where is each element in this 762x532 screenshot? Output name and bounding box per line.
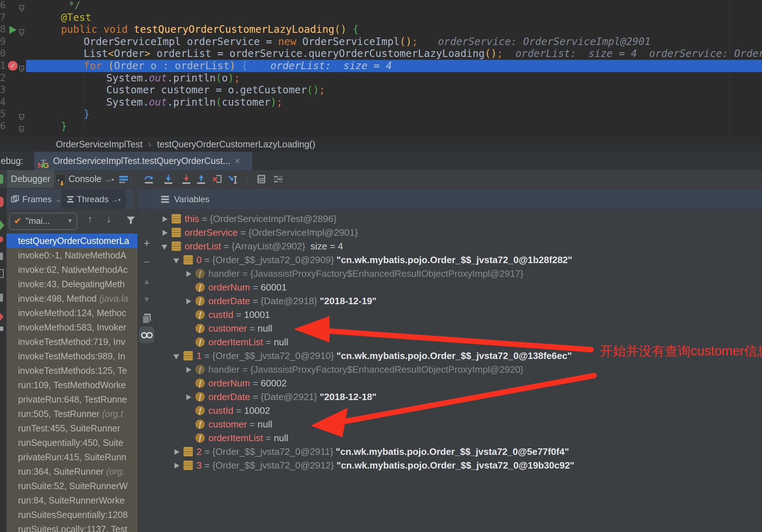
stack-frame-row[interactable]: invoke:43, DelegatingMeth (6, 277, 138, 291)
drop-frame-icon[interactable] (212, 174, 223, 185)
step-out-icon[interactable] (196, 174, 207, 185)
code-line[interactable]: 5} (0, 108, 762, 120)
tab-frames[interactable]: Frames →▪ (11, 189, 64, 209)
add-watch-icon[interactable]: + (141, 237, 153, 249)
stack-frame-row[interactable]: invokeTestMethods:989, In (6, 349, 138, 363)
code-line[interactable]: 9OrderServiceImpl orderService = new Ord… (0, 36, 762, 48)
variable-row[interactable]: 2 = {Order_$$_jvsta72_0@2911} "cn.wk.myb… (155, 445, 762, 458)
variable-row[interactable]: fcustId = 10002 (155, 404, 762, 417)
code-line[interactable]: 4System.out.println(customer); (0, 96, 762, 108)
variable-row[interactable]: orderService = {OrderServiceImpl@2901} (155, 226, 762, 239)
filter-frames-icon[interactable] (125, 215, 136, 226)
variable-row[interactable]: forderItemList = null (155, 431, 762, 445)
code-line[interactable]: 6} (0, 120, 762, 133)
tab-debugger[interactable]: Debugger (7, 170, 54, 188)
expand-icon[interactable] (161, 230, 168, 236)
run-test-icon[interactable] (9, 26, 17, 34)
stack-frame-row[interactable]: testQueryOrderCustomerLa (6, 234, 138, 248)
pin-icon[interactable]: →▪ (104, 176, 114, 183)
breadcrumb-class[interactable]: OrderServiceImplTest (56, 139, 142, 149)
stack-frame-row[interactable]: invoke:498, Method (java.la (6, 291, 138, 306)
evaluate-expression-icon[interactable] (256, 174, 267, 185)
close-icon[interactable]: × (235, 152, 240, 170)
breakpoint-icon[interactable]: ✓ (8, 61, 18, 71)
variable-row[interactable]: orderList = {ArrayList@2902} size = 4 (155, 239, 762, 253)
stack-frame-row[interactable]: run:84, SuiteRunnerWorke (6, 493, 138, 507)
thread-dropdown[interactable]: ✔ "mai... ▼ (9, 213, 77, 230)
show-watches-icon[interactable] (139, 327, 154, 343)
variable-row[interactable]: forderDate = {Date@2918} "2018-12-19" (155, 294, 762, 308)
variable-row[interactable]: fhandler = {JavassistProxyFactory$Enhanc… (155, 267, 762, 280)
expand-icon[interactable] (173, 449, 180, 455)
code-line[interactable]: 3Customer customer = o.getCustomer(); (0, 84, 762, 96)
expand-icon[interactable] (161, 216, 168, 222)
step-over-icon[interactable] (143, 174, 154, 185)
stack-frames-list[interactable]: testQueryOrderCustomerLainvoke0:-1, Nati… (6, 234, 138, 532)
expand-icon[interactable] (185, 394, 191, 400)
stack-frame-row[interactable]: runTest:455, SuiteRunner (6, 421, 138, 435)
duplicate-watch-icon[interactable] (141, 312, 153, 324)
code-line[interactable]: 6*/ (0, 0, 762, 12)
debug-tab-strip: ebug: TNG OrderServiceImplTest.testQuery… (0, 152, 762, 170)
variable-row[interactable]: forderDate = {Date@2921} "2018-12-18" (155, 390, 762, 404)
debug-session-tab[interactable]: TNG OrderServiceImplTest.testQueryOrderC… (34, 152, 252, 170)
expand-icon[interactable] (185, 271, 191, 277)
stack-frame-row[interactable]: invokeMethod:124, Methoc (6, 306, 138, 320)
variable-row[interactable]: fcustomer = null (155, 417, 762, 431)
check-icon: ✔ (14, 213, 21, 229)
stack-frame-row[interactable]: invoke:62, NativeMethodAc (6, 262, 138, 277)
stack-frame-row[interactable]: runSequentially:450, Suite (6, 435, 138, 450)
expand-icon[interactable] (173, 462, 180, 469)
code-line[interactable]: 0List<Order> orderList = orderService.qu… (0, 48, 762, 60)
variable-row[interactable]: forderNum = 60001 (155, 280, 762, 294)
stack-frame-row[interactable]: runSuitesSequentially:1208 (6, 507, 138, 522)
variables-tree[interactable]: this = {OrderServiceImplTest@2896}orderS… (155, 209, 762, 532)
stack-frame-row[interactable]: run:364, SuiteRunner (org. (6, 464, 138, 479)
move-up-icon[interactable]: ▲ (141, 275, 153, 288)
code-text: List<Order> orderList = orderService.que… (84, 48, 503, 60)
arrow-spacer (185, 421, 191, 427)
fold-marker-icon[interactable] (19, 123, 25, 136)
variable-row[interactable]: this = {OrderServiceImplTest@2896} (155, 212, 762, 226)
expand-icon[interactable] (185, 298, 191, 304)
code-line[interactable]: 7@Test (0, 12, 762, 24)
code-line[interactable]: 1✓for (Order o : orderList) {orderList: … (0, 60, 762, 72)
variable-row[interactable]: forderNum = 60002 (155, 376, 762, 390)
tab-console[interactable]: › ⬇ Console →▪ (56, 170, 114, 188)
debug-left-toolbar-clipped (0, 188, 6, 532)
stack-frame-row[interactable]: runSuite:52, SuiteRunnerW (6, 479, 138, 493)
stack-frame-row[interactable]: run:109, TestMethodWorke (6, 378, 138, 392)
move-down-icon[interactable]: ▼ (141, 293, 153, 306)
stack-frame-row[interactable]: privateRun:415, SuiteRunn (6, 450, 138, 464)
stack-frame-row[interactable]: runSuitesLocally:1137, Test (6, 522, 138, 532)
stack-frame-row[interactable]: run:505, TestRunner (org.t (6, 407, 138, 421)
force-step-into-icon[interactable] (181, 174, 192, 185)
stack-frame-row[interactable]: invokeTestMethod:719, Inv (6, 334, 138, 349)
prev-frame-icon[interactable]: ↑ (88, 213, 93, 225)
run-to-cursor-icon[interactable] (227, 174, 238, 185)
code-line[interactable]: 2System.out.println(o); (0, 72, 762, 84)
stack-frame-row[interactable]: privateRun:648, TestRunne (6, 392, 138, 407)
variable-row[interactable]: fcustomer = null (155, 322, 762, 335)
remove-watch-icon[interactable]: − (141, 256, 153, 268)
expand-icon[interactable] (185, 367, 191, 373)
tab-threads[interactable]: Threads →▪ (61, 189, 125, 209)
breadcrumb-method[interactable]: testQueryOrderCustomerLazyLoading() (157, 139, 315, 149)
variable-row[interactable]: fhandler = {JavassistProxyFactory$Enhanc… (155, 363, 762, 376)
code-editor[interactable]: 6*/7@Test8public void testQueryOrderCust… (0, 0, 762, 136)
variable-row[interactable]: 0 = {Order_$$_jvsta72_0@2909} "cn.wk.myb… (155, 253, 762, 267)
layout-settings-icon[interactable] (273, 174, 284, 185)
step-into-icon[interactable] (163, 174, 174, 185)
collapse-icon[interactable] (161, 243, 168, 249)
stack-frame-row[interactable]: invoke0:-1, NativeMethodA (6, 248, 138, 262)
variable-row[interactable]: 3 = {Order_$$_jvsta72_0@2912} "cn.wk.myb… (155, 458, 762, 472)
variable-row[interactable]: fcustId = 10001 (155, 308, 762, 322)
stack-frame-row[interactable]: invokeMethod:583, Invoker (6, 320, 138, 334)
code-line[interactable]: 8public void testQueryOrderCustomerLazyL… (0, 23, 762, 36)
collapse-icon[interactable] (173, 257, 180, 263)
stack-frame-row[interactable]: invokeTestMethods:125, Te (6, 363, 138, 378)
next-frame-icon[interactable]: ↓ (106, 213, 111, 225)
frames-threads-header: Frames →▪ Threads →▪ (6, 189, 133, 209)
collapse-icon[interactable] (173, 353, 180, 359)
debug-menu-icon[interactable] (118, 174, 129, 185)
